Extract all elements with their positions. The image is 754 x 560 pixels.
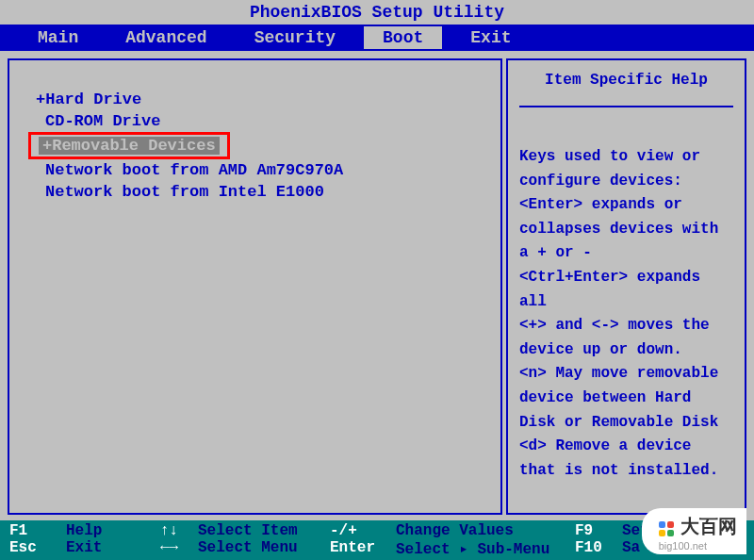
boot-item-network-intel[interactable]: Network boot from Intel E1000 <box>28 181 482 203</box>
footer-label-selectitem: Select Item <box>198 522 298 539</box>
menu-boot[interactable]: Boot <box>364 26 442 49</box>
footer-key-updown[interactable]: ↑↓ <box>160 522 178 539</box>
menu-bar: Main Advanced Security Boot Exit <box>0 25 754 51</box>
help-title: Item Specific Help <box>519 68 733 107</box>
footer-label-help: Help <box>66 522 102 539</box>
footer-key-f10[interactable]: F10 <box>575 539 602 556</box>
footer-key-f9[interactable]: F9 <box>575 522 593 539</box>
footer-label-exit: Exit <box>66 539 102 556</box>
boot-item-cdrom[interactable]: CD-ROM Drive <box>28 110 482 132</box>
title-bar: PhoenixBIOS Setup Utility <box>0 0 754 25</box>
footer-label-changevalues: Change Values <box>396 522 514 539</box>
footer-row-1: F1 Help ↑↓ Select Item -/+ Change Values… <box>9 522 745 539</box>
menu-exit[interactable]: Exit <box>451 26 530 49</box>
boot-item-network-amd[interactable]: Network boot from AMD Am79C970A <box>28 159 482 181</box>
footer-key-plusminus[interactable]: -/+ <box>330 522 357 539</box>
footer-key-f1[interactable]: F1 <box>9 522 27 539</box>
footer-row-2: Esc Exit ←→ Select Menu Enter Select ▸ S… <box>9 539 745 558</box>
boot-item-hard-drive[interactable]: +Hard Drive <box>28 89 482 110</box>
footer-key-leftright[interactable]: ←→ <box>160 539 178 556</box>
watermark: 大百网 big100.net <box>642 508 746 554</box>
footer-label-selectmenu: Select Menu <box>198 539 298 556</box>
menu-main[interactable]: Main <box>19 26 97 49</box>
content-area: +Hard Drive CD-ROM Drive +Removable Devi… <box>0 51 754 522</box>
help-panel: Item Specific Help Keys used to view or … <box>506 58 746 515</box>
app-title: PhoenixBIOS Setup Utility <box>250 3 504 22</box>
footer-key-enter[interactable]: Enter <box>330 539 375 556</box>
footer-key-esc[interactable]: Esc <box>9 539 37 556</box>
footer-label-sa: Sa <box>622 539 640 556</box>
boot-order-panel: +Hard Drive CD-ROM Drive +Removable Devi… <box>8 58 502 515</box>
help-text: Keys used to view or configure devices: … <box>519 145 733 483</box>
menu-advanced[interactable]: Advanced <box>107 26 225 49</box>
footer-label-selectsubmenu: Select ▸ Sub-Menu <box>396 539 549 558</box>
watermark-logo-icon <box>659 521 676 538</box>
boot-item-removable[interactable]: +Removable Devices <box>28 132 230 159</box>
watermark-brand: 大百网 <box>680 516 737 536</box>
menu-security[interactable]: Security <box>236 26 354 49</box>
watermark-url: big100.net <box>659 540 707 552</box>
